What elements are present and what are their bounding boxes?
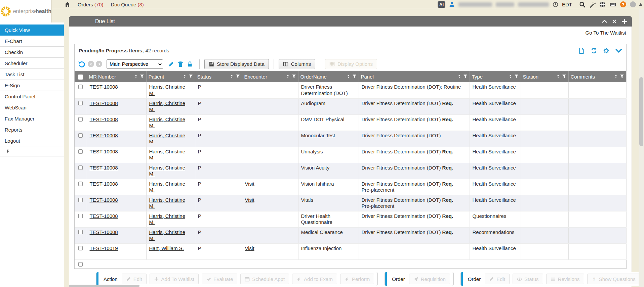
- display-options-button[interactable]: Display Options: [325, 59, 377, 69]
- edit-perspective-icon[interactable]: [168, 61, 174, 67]
- patient-link[interactable]: Hart, William S.: [149, 245, 184, 251]
- filter-icon[interactable]: [562, 74, 566, 80]
- mr-number-link[interactable]: TEST-10008: [90, 165, 118, 171]
- keyboard-icon[interactable]: [609, 1, 616, 8]
- move-panel-icon[interactable]: [622, 19, 627, 24]
- filter-icon[interactable]: [140, 74, 144, 80]
- edit-button[interactable]: Edit: [122, 274, 147, 284]
- perform-button[interactable]: Perform: [340, 274, 374, 284]
- column-header-encounter[interactable]: Encounter: [242, 71, 298, 82]
- sidebar-item-checkin[interactable]: Checkin: [0, 47, 64, 58]
- help-icon[interactable]: ?: [620, 1, 626, 7]
- visit-link[interactable]: Visit: [245, 197, 254, 203]
- evaluate-button[interactable]: Evaluate: [202, 274, 237, 284]
- perspective-select[interactable]: Main Perspective: [107, 59, 163, 69]
- row-checkbox[interactable]: [78, 214, 83, 218]
- patient-link[interactable]: Harris, Christine M.: [149, 100, 186, 112]
- row-checkbox[interactable]: [78, 133, 83, 138]
- row-checkbox[interactable]: [78, 117, 83, 122]
- patient-link[interactable]: Harris, Christine M.: [149, 229, 186, 241]
- patient-link[interactable]: Harris, Christine M.: [149, 133, 186, 145]
- patient-link[interactable]: Harris, Christine M.: [149, 149, 186, 161]
- visit-link[interactable]: Visit: [245, 181, 254, 187]
- close-panel-icon[interactable]: [612, 19, 617, 24]
- home-icon[interactable]: [65, 2, 70, 7]
- sidebar-pin-row[interactable]: [0, 146, 64, 156]
- sort-icon[interactable]: [183, 74, 187, 80]
- sidebar-item-e-chart[interactable]: E-Chart: [0, 36, 64, 47]
- sidebar-item-scheduler[interactable]: Scheduler: [0, 58, 64, 69]
- row-checkbox[interactable]: [78, 182, 83, 186]
- undo-icon[interactable]: [78, 60, 86, 68]
- row-checkbox[interactable]: [78, 262, 83, 267]
- status-button[interactable]: Status: [513, 274, 543, 284]
- column-header-status[interactable]: Status: [195, 71, 242, 82]
- filter-icon[interactable]: [514, 74, 519, 80]
- mr-number-link[interactable]: TEST-10008: [90, 100, 118, 106]
- sidebar-item-quick-view[interactable]: Quick View: [0, 25, 64, 36]
- ai-badge[interactable]: AI: [438, 1, 445, 8]
- next-perspective-icon[interactable]: [96, 61, 102, 67]
- globe-icon[interactable]: [599, 1, 606, 8]
- clock-icon[interactable]: [553, 2, 558, 7]
- sidebar-item-webscan[interactable]: WebScan: [0, 102, 64, 113]
- topnav-orders[interactable]: Orders(70): [78, 2, 104, 7]
- new-record-icon[interactable]: [578, 47, 585, 54]
- user-icon[interactable]: [449, 2, 455, 7]
- scrollbar-up-arrow[interactable]: [639, 3, 642, 6]
- patient-link[interactable]: Harris, Christine M.: [149, 181, 186, 193]
- mr-number-link[interactable]: TEST-10008: [90, 229, 118, 235]
- filter-icon[interactable]: [620, 74, 624, 80]
- collapse-panel-icon[interactable]: [602, 19, 607, 24]
- wand-icon[interactable]: [589, 1, 596, 8]
- mr-number-link[interactable]: TEST-10008: [90, 133, 118, 138]
- sidebar-item-e-sign[interactable]: E-Sign: [0, 80, 64, 91]
- add-to-waitlist-button[interactable]: Add To Waitlist: [150, 274, 199, 284]
- mr-number-link[interactable]: TEST-10019: [90, 245, 118, 251]
- schedule-appt-button[interactable]: Schedule Appt: [240, 274, 289, 284]
- sort-icon[interactable]: [134, 74, 138, 80]
- collapse-grid-icon[interactable]: [615, 47, 622, 54]
- filter-icon[interactable]: [352, 74, 357, 80]
- show-questions-button[interactable]: ?Show Questions: [587, 274, 640, 284]
- store-displayed-data-button[interactable]: Store Displayed Data: [204, 59, 269, 69]
- patient-link[interactable]: Harris, Christine M.: [149, 197, 186, 209]
- vertical-scrollbar[interactable]: [639, 9, 644, 287]
- settings-gear-icon[interactable]: [603, 47, 610, 54]
- filter-icon[interactable]: [463, 74, 468, 80]
- mr-number-link[interactable]: TEST-10008: [90, 197, 118, 203]
- mr-number-link[interactable]: TEST-10008: [90, 116, 118, 122]
- mr-number-link[interactable]: TEST-10008: [90, 213, 118, 219]
- row-checkbox[interactable]: [78, 149, 83, 154]
- visit-link[interactable]: Visit: [245, 245, 254, 251]
- sort-icon[interactable]: [230, 74, 234, 80]
- delete-perspective-icon[interactable]: [177, 61, 184, 67]
- sort-icon[interactable]: [556, 74, 560, 80]
- row-checkbox[interactable]: [78, 230, 83, 234]
- column-header-ordername[interactable]: OrderName: [298, 71, 359, 82]
- filter-icon[interactable]: [236, 74, 240, 80]
- topnav-doc-queue[interactable]: Doc Queue(3): [111, 2, 144, 7]
- patient-link[interactable]: Harris, Christine M.: [149, 213, 186, 225]
- edit-button[interactable]: Edit: [485, 274, 510, 284]
- filter-icon[interactable]: [189, 74, 193, 80]
- column-header-patient[interactable]: Patient: [146, 71, 195, 82]
- row-checkbox[interactable]: [78, 246, 83, 250]
- horizontal-scrollbar-thumb[interactable]: [69, 285, 139, 287]
- row-checkbox[interactable]: [78, 165, 83, 170]
- sort-icon[interactable]: [508, 74, 513, 80]
- sidebar-item-logout[interactable]: Logout: [0, 135, 64, 146]
- revisions-button[interactable]: Revisions: [546, 274, 584, 284]
- sidebar-item-fax-manager[interactable]: Fax Manager: [0, 113, 64, 124]
- mr-number-link[interactable]: TEST-10008: [90, 181, 118, 187]
- column-header-panel[interactable]: Panel: [359, 71, 470, 82]
- sidebar-item-control-panel[interactable]: Control Panel: [0, 91, 64, 102]
- column-header-type[interactable]: Type: [470, 71, 521, 82]
- search-icon[interactable]: [579, 1, 586, 8]
- vertical-scrollbar-thumb[interactable]: [639, 77, 643, 146]
- patient-link[interactable]: Harris, Christine M.: [149, 165, 186, 177]
- requisition-button[interactable]: Requisition: [409, 274, 450, 284]
- refresh-icon[interactable]: [591, 47, 597, 54]
- sort-icon[interactable]: [614, 74, 618, 80]
- columns-button[interactable]: Columns: [279, 59, 315, 69]
